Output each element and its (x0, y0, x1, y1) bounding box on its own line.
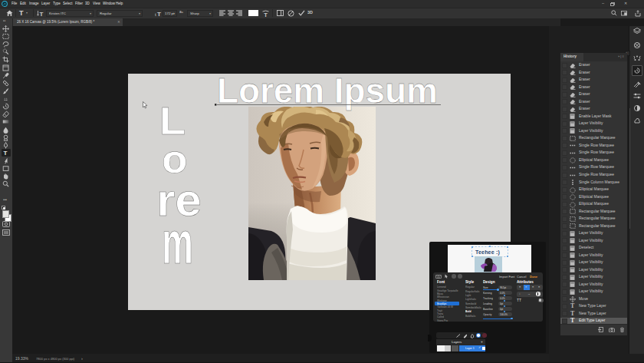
svg-text:T: T (264, 11, 268, 17)
svg-text:m: m (162, 209, 193, 276)
svg-text:t: t (155, 12, 156, 17)
svg-text:T: T (40, 11, 44, 17)
svg-text:T: T (157, 11, 161, 17)
